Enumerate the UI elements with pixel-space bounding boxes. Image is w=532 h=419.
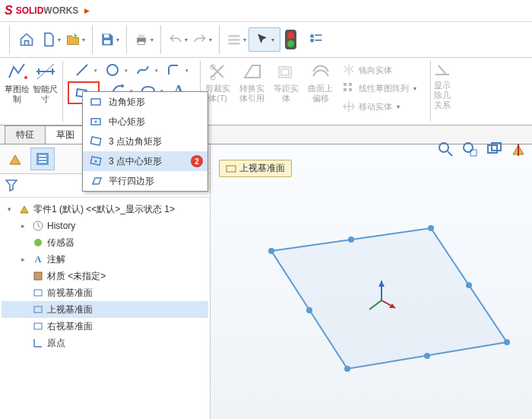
tree-item-front-plane[interactable]: 前视基准面 — [2, 284, 208, 301]
display-relations-icon — [432, 61, 452, 81]
tab-sketch[interactable]: 草图 — [45, 125, 86, 144]
property-manager-tab[interactable] — [30, 148, 55, 170]
undo-button: ▾ — [166, 27, 190, 52]
tree-item-top-plane[interactable]: 上视基准面 — [2, 301, 208, 318]
tree-item-history[interactable]: ▸ History — [2, 217, 208, 234]
section-view-button[interactable] — [508, 138, 529, 160]
svg-rect-29 — [349, 88, 352, 91]
offset-entities-icon — [275, 61, 298, 84]
feature-tree: ▾ 零件1 (默认) <<默认>_显示状态 1> ▸ History 传感器 ▸… — [0, 198, 210, 354]
ds-logo-icon: S — [5, 4, 13, 17]
app-logo: S SOLIDWORKS ▶ — [5, 4, 90, 17]
svg-point-35 — [95, 160, 97, 163]
tree-item-right-plane[interactable]: 右视基准面 — [2, 318, 208, 335]
tree-root[interactable]: ▾ 零件1 (默认) <<默认>_显示状态 1> — [2, 201, 208, 217]
sketch-button[interactable]: 草图绘 制 — [5, 61, 30, 104]
trim-label: 剪裁实 体(T) — [205, 84, 230, 103]
smart-dimension-button[interactable]: 智能尺 寸 — [33, 61, 58, 104]
tree-item-annotations[interactable]: ▸A 注解 — [2, 251, 208, 268]
ribbon: 草图绘 制 智能尺 寸 ▾ ▾ ▾ ▾ ▾ 1 ▾ — [0, 58, 532, 125]
sketch-label: 草图绘 制 — [5, 84, 30, 104]
svg-line-63 — [448, 151, 452, 156]
plane-icon — [32, 287, 44, 299]
svg-rect-33 — [90, 137, 101, 145]
menu-3pt-center-rectangle[interactable]: 3 点中心矩形 2 — [83, 151, 207, 171]
select-from-list-button: ▾ — [224, 27, 249, 52]
svg-point-51 — [344, 366, 350, 372]
svg-rect-7 — [229, 43, 240, 44]
offset-surface-label: 曲面上 偏移 — [308, 84, 333, 103]
menu-parallelogram[interactable]: 平行四边形 — [83, 171, 207, 191]
save-button[interactable]: ▾ — [97, 27, 122, 52]
svg-rect-8 — [311, 34, 314, 37]
svg-rect-27 — [349, 83, 352, 86]
history-icon — [32, 220, 44, 232]
svg-rect-25 — [281, 69, 289, 75]
zoom-to-area-button[interactable] — [459, 138, 480, 160]
svg-rect-28 — [344, 88, 347, 91]
svg-rect-40 — [39, 161, 46, 163]
new-button[interactable]: ▾ — [39, 27, 63, 52]
svg-rect-43 — [34, 272, 42, 280]
top-plane-outline — [218, 152, 532, 419]
svg-rect-4 — [138, 42, 144, 45]
tree-item-material[interactable]: 材质 <未指定> — [2, 268, 208, 284]
tree-filter-button[interactable] — [5, 178, 18, 194]
plane-icon — [32, 303, 44, 316]
svg-point-54 — [424, 353, 430, 359]
redo-button: ▾ — [190, 27, 214, 52]
svg-rect-38 — [39, 155, 46, 157]
fillet-tool[interactable]: ▾ — [164, 61, 182, 79]
svg-point-64 — [464, 143, 473, 152]
svg-point-55 — [306, 307, 312, 313]
open-button[interactable]: ▾ — [63, 27, 87, 52]
svg-rect-6 — [229, 39, 240, 41]
material-icon — [32, 270, 44, 282]
options-button[interactable] — [304, 27, 328, 52]
menu-center-rectangle[interactable]: 中心矩形 — [83, 112, 207, 132]
svg-point-53 — [466, 282, 472, 288]
app-menu-caret-icon[interactable]: ▶ — [84, 7, 90, 14]
tree-item-origin[interactable]: 原点 — [2, 335, 208, 351]
feature-tree-tab[interactable] — [3, 148, 27, 170]
svg-rect-11 — [315, 40, 321, 41]
plane-icon — [226, 163, 236, 174]
svg-point-62 — [439, 143, 448, 152]
circle-tool[interactable]: ▾ — [103, 61, 122, 79]
svg-point-48 — [268, 248, 274, 254]
spline-tool[interactable]: ▾ — [134, 61, 152, 79]
breadcrumb-plane-chip[interactable]: 上视基准面 — [219, 160, 292, 177]
tree-item-sensors[interactable]: 传感器 — [2, 234, 208, 251]
callout-2: 2 — [191, 155, 203, 167]
zoom-to-fit-button[interactable] — [435, 138, 456, 160]
display-label: 显示 除几 关系 — [434, 81, 451, 110]
previous-view-button[interactable] — [483, 138, 505, 160]
convert-entities-icon — [241, 61, 264, 84]
svg-rect-0 — [104, 34, 109, 37]
svg-rect-5 — [229, 35, 240, 37]
svg-marker-47 — [271, 228, 507, 369]
linear-pattern-button: 线性草图阵列▾ — [342, 79, 416, 97]
menu-3pt-corner-rectangle[interactable]: 3 点边角矩形 — [83, 132, 207, 151]
part-icon — [18, 203, 30, 215]
svg-point-12 — [24, 76, 27, 79]
dimension-label: 智能尺 寸 — [33, 84, 58, 104]
svg-rect-61 — [226, 166, 236, 172]
menu-corner-rectangle[interactable]: 边角矩形 — [83, 92, 207, 112]
print-button[interactable]: ▾ — [131, 27, 156, 52]
heads-up-view-toolbar — [435, 138, 529, 160]
svg-point-52 — [348, 236, 354, 243]
svg-rect-10 — [311, 39, 314, 42]
line-tool[interactable]: ▾ — [73, 61, 91, 79]
svg-rect-9 — [315, 34, 321, 36]
svg-line-13 — [77, 65, 87, 75]
svg-rect-1 — [104, 40, 110, 44]
tab-feature[interactable]: 特征 — [5, 125, 46, 144]
graphics-area[interactable]: 上视基准面 — [211, 144, 532, 419]
cursor-select-button[interactable]: ▾ — [249, 27, 280, 52]
home-button[interactable] — [14, 27, 39, 52]
origin-icon — [32, 337, 44, 349]
svg-rect-44 — [34, 290, 42, 296]
trim-icon — [207, 61, 230, 84]
svg-marker-36 — [93, 178, 101, 184]
